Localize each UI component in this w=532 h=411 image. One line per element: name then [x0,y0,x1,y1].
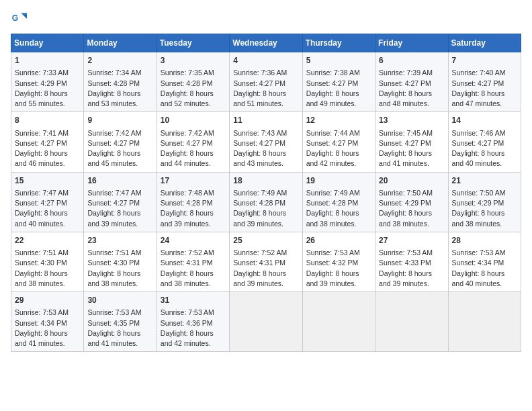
calendar-cell: 21Sunrise: 7:50 AMSunset: 4:29 PMDayligh… [448,172,521,232]
calendar-cell: 20Sunrise: 7:50 AMSunset: 4:29 PMDayligh… [375,172,448,232]
sunrise: Sunrise: 7:45 AM [379,129,433,137]
sunrise: Sunrise: 7:50 AM [452,189,506,197]
daylight: Daylight: 8 hours and 41 minutes. [87,329,140,347]
daylight: Daylight: 8 hours and 38 minutes. [15,269,68,287]
sunset: Sunset: 4:31 PM [233,259,285,267]
calendar-cell: 22Sunrise: 7:51 AMSunset: 4:30 PMDayligh… [11,232,84,291]
calendar-cell: 6Sunrise: 7:39 AMSunset: 4:27 PMDaylight… [375,52,448,112]
day-number: 16 [87,175,152,187]
day-number: 14 [452,115,517,126]
day-number: 31 [161,295,226,306]
sunrise: Sunrise: 7:47 AM [87,189,141,197]
calendar-cell: 14Sunrise: 7:46 AMSunset: 4:27 PMDayligh… [448,112,521,172]
sunset: Sunset: 4:27 PM [15,139,67,147]
svg-text:G: G [12,13,18,23]
calendar-cell: 28Sunrise: 7:53 AMSunset: 4:34 PMDayligh… [448,232,521,291]
daylight: Daylight: 8 hours and 45 minutes. [87,149,140,167]
sunrise: Sunrise: 7:36 AM [233,68,287,77]
week-row-4: 22Sunrise: 7:51 AMSunset: 4:30 PMDayligh… [11,232,521,291]
calendar-cell: 31Sunrise: 7:53 AMSunset: 4:36 PMDayligh… [157,292,229,352]
daylight: Daylight: 8 hours and 39 minutes. [87,209,140,227]
daylight: Daylight: 8 hours and 40 minutes. [15,209,68,227]
calendar-cell: 23Sunrise: 7:51 AMSunset: 4:30 PMDayligh… [84,232,157,291]
daylight: Daylight: 8 hours and 38 minutes. [452,209,505,227]
day-number: 2 [87,55,152,66]
calendar-cell [375,292,448,352]
calendar-cell: 1Sunrise: 7:33 AMSunset: 4:29 PMDaylight… [11,52,84,112]
sunset: Sunset: 4:29 PM [15,79,67,87]
calendar-cell: 13Sunrise: 7:45 AMSunset: 4:27 PMDayligh… [375,112,448,172]
calendar-cell: 18Sunrise: 7:49 AMSunset: 4:28 PMDayligh… [230,172,302,232]
weekday-header-monday: Monday [84,34,157,52]
week-row-1: 1Sunrise: 7:33 AMSunset: 4:29 PMDaylight… [11,52,521,112]
calendar-cell [448,292,521,352]
day-number: 27 [379,235,444,246]
sunrise: Sunrise: 7:53 AM [161,308,214,316]
sunrise: Sunrise: 7:39 AM [379,68,433,77]
weekday-header-wednesday: Wednesday [230,34,302,52]
sunset: Sunset: 4:36 PM [161,319,213,327]
sunrise: Sunrise: 7:40 AM [452,68,506,77]
sunset: Sunset: 4:28 PM [233,199,285,207]
sunset: Sunset: 4:30 PM [15,259,67,267]
calendar-cell: 17Sunrise: 7:48 AMSunset: 4:28 PMDayligh… [157,172,229,232]
calendar-table: SundayMondayTuesdayWednesdayThursdayFrid… [11,34,521,352]
calendar-cell: 10Sunrise: 7:42 AMSunset: 4:27 PMDayligh… [157,112,229,172]
daylight: Daylight: 8 hours and 44 minutes. [161,149,214,167]
calendar-cell: 15Sunrise: 7:47 AMSunset: 4:27 PMDayligh… [11,172,84,232]
day-number: 25 [233,235,298,246]
day-number: 19 [306,175,371,187]
daylight: Daylight: 8 hours and 53 minutes. [87,89,140,107]
sunrise: Sunrise: 7:51 AM [87,248,141,257]
day-number: 17 [161,175,226,187]
calendar-cell: 2Sunrise: 7:34 AMSunset: 4:28 PMDaylight… [84,52,157,112]
sunrise: Sunrise: 7:49 AM [233,189,287,197]
sunrise: Sunrise: 7:53 AM [306,248,360,257]
daylight: Daylight: 8 hours and 52 minutes. [161,89,214,107]
day-number: 9 [87,115,152,126]
daylight: Daylight: 8 hours and 55 minutes. [15,89,68,107]
day-number: 13 [379,115,444,126]
weekday-header-tuesday: Tuesday [157,34,229,52]
logo: G [11,11,30,27]
sunrise: Sunrise: 7:46 AM [452,129,506,137]
day-number: 22 [15,235,80,246]
day-number: 26 [306,235,371,246]
daylight: Daylight: 8 hours and 38 minutes. [87,269,140,287]
sunrise: Sunrise: 7:50 AM [379,189,433,197]
daylight: Daylight: 8 hours and 40 minutes. [452,149,505,167]
sunrise: Sunrise: 7:53 AM [87,308,141,316]
sunset: Sunset: 4:27 PM [306,79,359,87]
sunset: Sunset: 4:29 PM [452,199,504,207]
sunrise: Sunrise: 7:43 AM [233,129,287,137]
calendar-cell: 9Sunrise: 7:42 AMSunset: 4:27 PMDaylight… [84,112,157,172]
daylight: Daylight: 8 hours and 40 minutes. [452,269,505,287]
sunrise: Sunrise: 7:51 AM [15,248,69,257]
daylight: Daylight: 8 hours and 48 minutes. [379,89,432,107]
calendar-cell: 11Sunrise: 7:43 AMSunset: 4:27 PMDayligh… [230,112,302,172]
sunset: Sunset: 4:27 PM [233,79,285,87]
sunset: Sunset: 4:29 PM [379,199,431,207]
daylight: Daylight: 8 hours and 39 minutes. [161,209,214,227]
day-number: 3 [161,55,226,66]
weekday-header-sunday: Sunday [11,34,84,52]
calendar-cell: 24Sunrise: 7:52 AMSunset: 4:31 PMDayligh… [157,232,229,291]
calendar-cell: 30Sunrise: 7:53 AMSunset: 4:35 PMDayligh… [84,292,157,352]
sunset: Sunset: 4:27 PM [306,139,359,147]
calendar-cell [302,292,375,352]
calendar-cell: 16Sunrise: 7:47 AMSunset: 4:27 PMDayligh… [84,172,157,232]
sunrise: Sunrise: 7:47 AM [15,189,69,197]
calendar-cell: 3Sunrise: 7:35 AMSunset: 4:28 PMDaylight… [157,52,229,112]
sunset: Sunset: 4:31 PM [161,259,213,267]
day-number: 21 [452,175,517,187]
daylight: Daylight: 8 hours and 51 minutes. [233,89,286,107]
daylight: Daylight: 8 hours and 46 minutes. [15,149,68,167]
day-number: 23 [87,235,152,246]
sunset: Sunset: 4:32 PM [306,259,359,267]
daylight: Daylight: 8 hours and 41 minutes. [379,149,432,167]
sunrise: Sunrise: 7:41 AM [15,129,69,137]
weekday-header-row: SundayMondayTuesdayWednesdayThursdayFrid… [11,34,521,52]
day-number: 8 [15,115,80,126]
sunset: Sunset: 4:28 PM [161,79,213,87]
calendar-cell: 12Sunrise: 7:44 AMSunset: 4:27 PMDayligh… [302,112,375,172]
